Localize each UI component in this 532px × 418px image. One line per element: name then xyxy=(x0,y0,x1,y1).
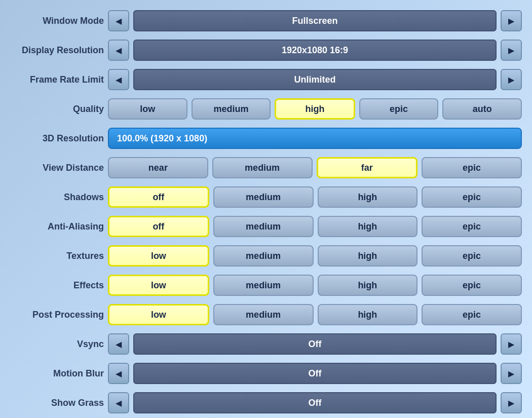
effects-option-low[interactable]: low xyxy=(108,275,209,296)
shadows-row: Shadows off medium high epic xyxy=(10,184,522,210)
resolution-3d-value[interactable]: 100.0% (1920 x 1080) xyxy=(108,128,522,149)
view-distance-option-far[interactable]: far xyxy=(317,157,418,178)
quality-option-low[interactable]: low xyxy=(108,98,187,120)
view-distance-option-near[interactable]: near xyxy=(108,157,208,178)
effects-option-high[interactable]: high xyxy=(318,275,418,296)
anti-aliasing-option-off[interactable]: off xyxy=(108,216,209,237)
window-mode-row: Window Mode ◀ Fullscreen ▶ xyxy=(10,8,522,34)
effects-options: low medium high epic xyxy=(108,275,522,296)
post-processing-options: low medium high epic xyxy=(108,304,522,325)
show-grass-left-arrow[interactable]: ◀ xyxy=(108,392,129,413)
frame-rate-left-arrow[interactable]: ◀ xyxy=(108,69,129,90)
view-distance-option-epic[interactable]: epic xyxy=(422,157,522,178)
shadows-option-medium[interactable]: medium xyxy=(213,186,314,208)
vsync-value: Off xyxy=(133,333,497,355)
vsync-left-arrow[interactable]: ◀ xyxy=(108,333,129,355)
display-resolution-value: 1920x1080 16:9 xyxy=(133,40,497,61)
textures-label: Textures xyxy=(10,251,104,261)
motion-blur-row: Motion Blur ◀ Off ▶ xyxy=(10,360,522,387)
frame-rate-value: Unlimited xyxy=(133,69,497,90)
display-resolution-label: Display Resolution xyxy=(10,45,104,56)
resolution-3d-label: 3D Resolution xyxy=(10,133,104,144)
resolution-3d-row: 3D Resolution 100.0% (1920 x 1080) xyxy=(10,125,522,151)
motion-blur-left-arrow[interactable]: ◀ xyxy=(108,363,129,384)
shadows-label: Shadows xyxy=(10,192,104,203)
anti-aliasing-option-epic[interactable]: epic xyxy=(422,216,522,237)
effects-option-epic[interactable]: epic xyxy=(422,275,522,296)
show-grass-value: Off xyxy=(133,392,497,413)
anti-aliasing-option-medium[interactable]: medium xyxy=(213,216,314,237)
textures-option-high[interactable]: high xyxy=(318,245,418,267)
effects-label: Effects xyxy=(10,280,104,291)
effects-row: Effects low medium high epic xyxy=(10,272,522,298)
textures-row: Textures low medium high epic xyxy=(10,243,522,269)
view-distance-options: near medium far epic xyxy=(108,157,522,178)
post-processing-label: Post Processing xyxy=(10,310,104,320)
textures-options: low medium high epic xyxy=(108,245,522,267)
textures-option-epic[interactable]: epic xyxy=(422,245,522,267)
anti-aliasing-options: off medium high epic xyxy=(108,216,522,237)
view-distance-row: View Distance near medium far epic xyxy=(10,155,522,181)
frame-rate-limit-row: Frame Rate Limit ◀ Unlimited ▶ xyxy=(10,66,522,93)
motion-blur-right-arrow[interactable]: ▶ xyxy=(501,363,522,384)
window-mode-value: Fullscreen xyxy=(133,10,497,31)
window-mode-left-arrow[interactable]: ◀ xyxy=(108,10,129,31)
quality-options: low medium high epic auto xyxy=(108,98,522,120)
window-mode-label: Window Mode xyxy=(10,16,104,26)
textures-option-low[interactable]: low xyxy=(108,245,209,267)
shadows-options: off medium high epic xyxy=(108,186,522,208)
frame-rate-limit-label: Frame Rate Limit xyxy=(10,74,104,85)
anti-aliasing-row: Anti-Aliasing off medium high epic xyxy=(10,213,522,240)
settings-panel: Window Mode ◀ Fullscreen ▶ Display Resol… xyxy=(10,8,522,418)
show-grass-row: Show Grass ◀ Off ▶ xyxy=(10,390,522,416)
shadows-option-epic[interactable]: epic xyxy=(422,186,522,208)
shadows-option-off[interactable]: off xyxy=(108,186,209,208)
display-resolution-row: Display Resolution ◀ 1920x1080 16:9 ▶ xyxy=(10,37,522,63)
view-distance-option-medium[interactable]: medium xyxy=(212,157,313,178)
display-resolution-left-arrow[interactable]: ◀ xyxy=(108,40,129,61)
display-resolution-right-arrow[interactable]: ▶ xyxy=(501,40,522,61)
vsync-row: Vsync ◀ Off ▶ xyxy=(10,331,522,357)
vsync-right-arrow[interactable]: ▶ xyxy=(501,333,522,355)
show-grass-label: Show Grass xyxy=(10,398,104,408)
quality-row: Quality low medium high epic auto xyxy=(10,96,522,122)
vsync-label: Vsync xyxy=(10,339,104,350)
quality-option-medium[interactable]: medium xyxy=(192,98,271,120)
post-processing-option-medium[interactable]: medium xyxy=(213,304,314,325)
post-processing-option-high[interactable]: high xyxy=(318,304,418,325)
quality-label: Quality xyxy=(10,104,104,115)
post-processing-row: Post Processing low medium high epic xyxy=(10,301,522,328)
shadows-option-high[interactable]: high xyxy=(318,186,418,208)
window-mode-right-arrow[interactable]: ▶ xyxy=(501,10,522,31)
view-distance-label: View Distance xyxy=(10,163,104,173)
quality-option-high[interactable]: high xyxy=(275,98,355,120)
quality-option-auto[interactable]: auto xyxy=(442,98,522,120)
textures-option-medium[interactable]: medium xyxy=(213,245,314,267)
post-processing-option-low[interactable]: low xyxy=(108,304,209,325)
motion-blur-value: Off xyxy=(133,363,497,384)
show-grass-right-arrow[interactable]: ▶ xyxy=(501,392,522,413)
anti-aliasing-option-high[interactable]: high xyxy=(318,216,418,237)
anti-aliasing-label: Anti-Aliasing xyxy=(10,221,104,232)
frame-rate-right-arrow[interactable]: ▶ xyxy=(501,69,522,90)
motion-blur-label: Motion Blur xyxy=(10,368,104,379)
post-processing-option-epic[interactable]: epic xyxy=(422,304,522,325)
quality-option-epic[interactable]: epic xyxy=(359,98,439,120)
effects-option-medium[interactable]: medium xyxy=(213,275,314,296)
